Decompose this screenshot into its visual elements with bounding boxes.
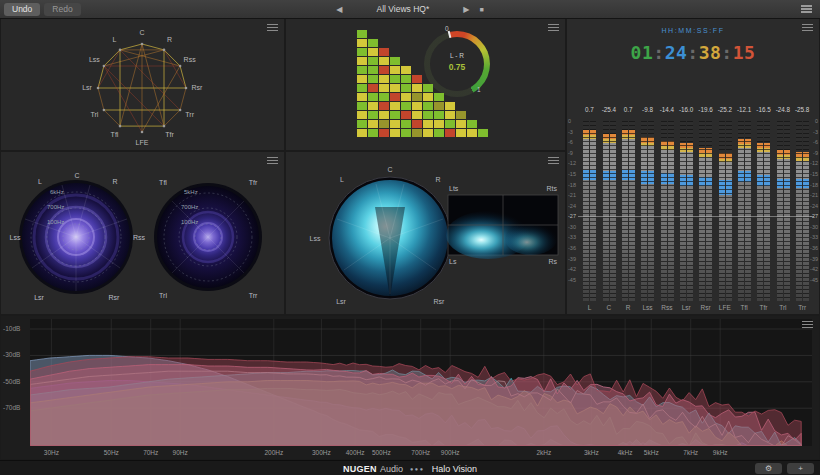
freq-tick-label: 50Hz bbox=[104, 449, 119, 456]
matrix-cell bbox=[434, 111, 444, 119]
level-meter-bar bbox=[661, 121, 667, 301]
panel-menu-icon[interactable] bbox=[267, 157, 278, 164]
matrix-cell bbox=[423, 111, 433, 119]
channel-label: Lts bbox=[449, 185, 459, 192]
meter-scale-label: -45 bbox=[810, 277, 818, 283]
channel-label: Rsr bbox=[109, 294, 121, 301]
meter-scale-label: -21 bbox=[568, 192, 576, 198]
meter-scale-label: -6 bbox=[568, 139, 573, 145]
panel-menu-icon[interactable] bbox=[548, 157, 559, 164]
timecode-hours: 01 bbox=[631, 42, 654, 63]
matrix-cell bbox=[379, 111, 389, 119]
matrix-cell bbox=[390, 93, 400, 101]
height-heatmap: Lts Rts Ls Rs bbox=[446, 185, 558, 265]
channel-node bbox=[179, 65, 182, 68]
brand-suffix: Audio bbox=[380, 464, 403, 474]
ring-freq-label: 100Hz bbox=[181, 219, 198, 225]
freq-tick-label: 30Hz bbox=[44, 449, 59, 456]
gauge-min-label: 0 bbox=[445, 25, 449, 32]
play-icon[interactable]: ▶ bbox=[463, 5, 469, 14]
footer-bar: NUGEN Audio ●●● Halo Vision ⚙ + bbox=[0, 460, 820, 475]
level-meter-bar bbox=[668, 121, 674, 301]
panel-menu-icon[interactable] bbox=[802, 24, 813, 31]
level-meter-bar bbox=[726, 121, 732, 301]
meter-scale-label: -6 bbox=[813, 139, 818, 145]
channel-label: Trl bbox=[159, 292, 167, 299]
channel-label: C bbox=[387, 166, 392, 173]
matrix-cell bbox=[412, 111, 422, 119]
level-meter-bar bbox=[764, 121, 770, 301]
db-tick-label: -50dB bbox=[3, 378, 20, 385]
freq-tick-label: 90Hz bbox=[173, 449, 188, 456]
matrix-cell bbox=[390, 129, 400, 137]
matrix-cell bbox=[379, 57, 389, 65]
panel-menu-icon[interactable] bbox=[267, 24, 278, 31]
channel-label: C bbox=[74, 172, 79, 179]
freq-tick-label: 9kHz bbox=[713, 449, 728, 456]
matrix-cell bbox=[390, 102, 400, 110]
matrix-cell bbox=[368, 129, 378, 137]
ring-freq-label: 700Hz bbox=[181, 204, 198, 210]
matrix-cell bbox=[434, 93, 444, 101]
matrix-cell bbox=[390, 120, 400, 128]
meter-value-readout: -9.8 bbox=[638, 106, 657, 113]
meter-scale-label: -36 bbox=[568, 245, 576, 251]
view-switcher: ◀ All Views HQ* ▶ ■ bbox=[0, 0, 820, 18]
correlation-edge bbox=[120, 44, 142, 50]
matrix-cell bbox=[357, 102, 367, 110]
previous-view-icon[interactable]: ◀ bbox=[336, 5, 342, 14]
matrix-cell bbox=[445, 129, 455, 137]
settings-gear-button[interactable]: ⚙ bbox=[755, 463, 782, 474]
panel-menu-icon[interactable] bbox=[802, 321, 813, 328]
channel-node bbox=[163, 125, 166, 128]
freq-tick-label: 500Hz bbox=[372, 449, 391, 456]
freq-tick-label: 300Hz bbox=[312, 449, 331, 456]
correlation-web-panel: CRRssRsrTrrTfrLFETflTrlLsrLssL bbox=[0, 18, 285, 151]
meter-scale-label: -24 bbox=[810, 203, 818, 209]
matrix-cell bbox=[368, 93, 378, 101]
matrix-cell bbox=[357, 93, 367, 101]
current-view-label: All Views HQ* bbox=[377, 4, 430, 14]
channel-label: Ls bbox=[449, 258, 457, 265]
meter-value-readout: 0.7 bbox=[580, 106, 599, 113]
level-meter-bar bbox=[603, 121, 609, 301]
meter-channel-label: Trr bbox=[793, 304, 812, 311]
matrix-cell bbox=[390, 57, 400, 65]
matrix-cell bbox=[357, 48, 367, 56]
level-meter-bar bbox=[777, 121, 783, 301]
channel-node bbox=[163, 49, 166, 52]
add-view-button[interactable]: + bbox=[787, 463, 814, 474]
level-meter-bar bbox=[699, 121, 705, 301]
matrix-cell bbox=[390, 75, 400, 83]
level-meter-bar bbox=[590, 121, 596, 301]
freq-tick-label: 5kHz bbox=[644, 449, 659, 456]
matrix-cell bbox=[368, 57, 378, 65]
stop-icon[interactable]: ■ bbox=[479, 6, 483, 13]
channel-node bbox=[141, 131, 144, 134]
channel-node bbox=[179, 109, 182, 112]
correlation-edge bbox=[104, 110, 120, 126]
undo-button[interactable]: Undo bbox=[4, 3, 40, 16]
meter-value-readout: -16.0 bbox=[677, 106, 696, 113]
matrix-cell bbox=[390, 84, 400, 92]
freq-tick-label: 2kHz bbox=[536, 449, 551, 456]
level-meter-bar bbox=[687, 121, 693, 301]
matrix-cell bbox=[368, 75, 378, 83]
matrix-cell bbox=[357, 30, 367, 38]
correlation-edge bbox=[120, 50, 180, 110]
panel-menu-icon[interactable] bbox=[548, 24, 559, 31]
product-name: Halo Vision bbox=[432, 464, 477, 474]
spatial-display: C L R Lss Rss Lsr Rsr Lts Rts Ls bbox=[285, 151, 566, 315]
ring-freq-label: 6kHz bbox=[50, 189, 64, 195]
meter-scale-label: -45 bbox=[568, 277, 576, 283]
matrix-cell bbox=[401, 102, 411, 110]
meter-value-readout: -12.1 bbox=[735, 106, 754, 113]
level-meters-panel: HH:MM:SS:FF 01:24:38:15 00-3-3-6-6-9-9-1… bbox=[566, 18, 820, 315]
level-meter-bar bbox=[706, 121, 712, 301]
channel-label: Tfr bbox=[249, 179, 258, 186]
matrix-cell bbox=[401, 111, 411, 119]
redo-button[interactable]: Redo bbox=[44, 3, 80, 16]
main-menu-icon[interactable] bbox=[801, 5, 812, 12]
meter-channel-label: Tfl bbox=[735, 304, 754, 311]
meter-scale-label: -15 bbox=[568, 171, 576, 177]
